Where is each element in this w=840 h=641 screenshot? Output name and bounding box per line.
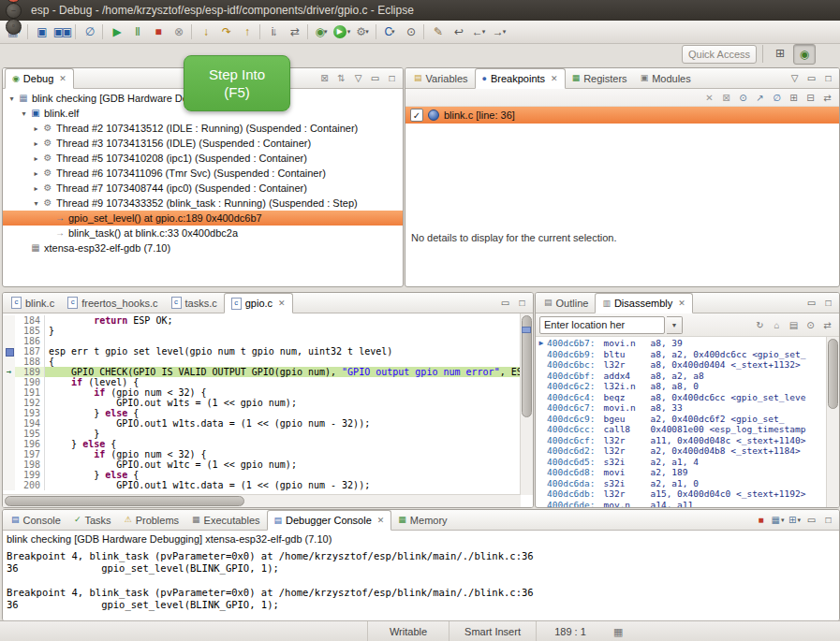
vertical-scrollbar[interactable] [826, 337, 839, 507]
use-step-filters-button[interactable]: ⇄ [284, 22, 304, 41]
tab-variables[interactable]: ▤Variables [407, 68, 475, 88]
scrollbar-thumb[interactable] [5, 496, 244, 506]
disassembly-line[interactable]: 400dc6bf:addx4a8, a2, a8 [536, 371, 839, 382]
disassembly-line[interactable]: 400dc6d2:l32ra2, 0x400d04b8 <_stext+1184… [536, 445, 839, 457]
location-input[interactable]: Enter location her [539, 316, 665, 334]
skip-all-breakpoints-button[interactable]: ∅ [769, 90, 785, 105]
close-tab-icon[interactable]: ✕ [551, 74, 558, 83]
tab-debug[interactable]: ◉ Debug ✕ [5, 68, 74, 89]
disassembly-line[interactable]: 400dc6de:mov.na14, a11 [536, 500, 839, 508]
expand-closed-icon[interactable]: ▸ [31, 184, 41, 193]
minimize-button[interactable]: – [6, 3, 22, 19]
view-menu-button[interactable]: ▽ [787, 71, 803, 86]
tab-executables[interactable]: ▦Executables [185, 510, 266, 530]
minimize-button[interactable]: ▭ [367, 71, 383, 86]
run-button[interactable]: ▶▾ [332, 22, 352, 41]
tab-outline[interactable]: ▤Outline [538, 293, 595, 313]
terminate-button[interactable]: ■ [753, 513, 769, 528]
show-supported-breakpoints-button[interactable]: ⊙ [735, 90, 751, 105]
disassembly-line[interactable]: 400dc6c9:bgeua2, 0x400dc6f2 <gpio_set_ [536, 414, 839, 425]
breakpoint-item[interactable]: ✓blink.c [line: 36] [405, 107, 839, 124]
code-line[interactable]: →189 GPIO_CHECK(GPIO_IS_VALID_OUTPUT_GPI… [3, 367, 521, 377]
code-line[interactable]: 184 return ESP_OK; [3, 315, 521, 326]
disassembly-line[interactable]: ▶400dc6b7:movi.na8, 39 [536, 338, 839, 349]
thread-node[interactable]: ▸⚙Thread #6 1073411096 (Tmr Svc) (Suspen… [3, 166, 403, 181]
tab-freertos-hooks-c[interactable]: cfreertos_hooks.c [61, 293, 164, 313]
debug-button[interactable]: ◉▾ [311, 22, 332, 41]
minimize-button[interactable]: ▭ [803, 71, 819, 86]
show-source-button[interactable]: ▤ [786, 317, 802, 332]
tab-gpio-c[interactable]: cgpio.c✕ [224, 293, 293, 313]
stack-frame-node[interactable]: →gpio_set_level() at gpio.c:189 0x400dc6… [3, 211, 403, 226]
expand-all-button[interactable]: ⊞ [786, 90, 802, 105]
code-line[interactable]: 192 GPIO.out_w1ts = (1 << gpio_num); [3, 398, 521, 408]
thread-node[interactable]: ▸⚙Thread #3 1073413156 (IDLE) (Suspended… [3, 136, 403, 151]
forward-button[interactable]: →▾ [489, 22, 509, 41]
minimize-button[interactable]: ▭ [803, 513, 819, 528]
home-button[interactable]: ⌂ [769, 317, 785, 332]
code-line[interactable]: 185} [3, 326, 521, 336]
maximize-button[interactable]: ▫ [6, 19, 22, 35]
go-to-file-button[interactable]: ↗ [752, 90, 768, 105]
horizontal-scrollbar[interactable] [3, 494, 521, 507]
code-line[interactable]: 193 } else { [3, 408, 521, 418]
scrollbar-thumb[interactable] [828, 339, 838, 409]
resume-button[interactable]: ▶ [106, 22, 126, 41]
stack-frame-node[interactable]: →blink_task() at blink.c:33 0x400dbc2a [3, 226, 403, 240]
search-button[interactable]: ⊙ [400, 22, 420, 41]
annotation-button[interactable]: ✎ [427, 22, 448, 41]
location-dropdown-icon[interactable]: ▼ [667, 316, 683, 334]
status-view-icon[interactable]: ▦ [613, 626, 623, 638]
sync-active-context-button[interactable]: ⇄ [819, 317, 835, 332]
breakpoint-checkbox[interactable]: ✓ [410, 109, 423, 122]
close-tab-icon[interactable]: ✕ [377, 516, 385, 525]
open-console-button[interactable]: ⊞▾ [787, 513, 803, 528]
tab-memory[interactable]: ▦Memory [391, 510, 453, 530]
tab-blink-c[interactable]: cblink.c [5, 293, 61, 313]
console-output[interactable]: Breakpoint 4, blink_task (pvParameter=0x… [3, 546, 839, 611]
new-cpp-item-button[interactable]: C▾ [379, 22, 400, 41]
tab-tasks-c[interactable]: ctasks.c [165, 293, 224, 313]
code-line[interactable]: 200 GPIO.out1_w1tc.data = (1 << (gpio_nu… [3, 480, 521, 490]
link-with-debug-view-button[interactable]: ⇄ [819, 90, 835, 105]
maximize-button[interactable]: □ [384, 71, 400, 86]
disassembly-line[interactable]: 400dc6d8:movia2, 189 [536, 467, 839, 478]
maximize-button[interactable]: □ [820, 296, 836, 311]
code-line[interactable]: 191 if (gpio_num < 32) { [3, 387, 521, 398]
thread-node[interactable]: ▸⚙Thread #7 1073408744 (ipc0) (Suspended… [3, 181, 403, 196]
gdb-node[interactable]: ▦xtensa-esp32-elf-gdb (7.10) [3, 240, 403, 255]
remove-all-breakpoints-button[interactable]: ⊠ [718, 90, 734, 105]
expand-closed-icon[interactable]: ▸ [31, 169, 41, 178]
minimize-button[interactable]: ▭ [803, 296, 819, 311]
tab-console[interactable]: ▤Console [5, 510, 67, 530]
disassembly-line[interactable]: 400dc6cf:l32ra11, 0x400d048c <_stext+114… [536, 435, 839, 446]
code-line[interactable]: 197 if (gpio_num < 32) { [3, 449, 521, 459]
remove-all-terminated-button[interactable]: ⊠ [317, 71, 332, 86]
collapse-all-button[interactable]: ⊟ [803, 90, 818, 105]
code-line[interactable]: 187esp_err_t gpio_set_level(gpio_num_t g… [3, 346, 521, 357]
code-line[interactable]: 198 GPIO.out_w1tc = (1 << gpio_num); [3, 459, 521, 470]
step-into-button[interactable]: ↓ [195, 22, 215, 41]
tab-registers[interactable]: ▦Registers [566, 68, 634, 88]
refresh-button[interactable]: ↻ [752, 317, 768, 332]
disassembly-line[interactable]: 400dc6da:s32ia2, a1, 0 [536, 478, 839, 489]
disassembly-line[interactable]: 400dc6cc:call80x40081e00 <esp_log_timest… [536, 424, 839, 435]
tab-modules[interactable]: ▣Modules [634, 68, 698, 88]
overview-marker[interactable] [522, 327, 531, 333]
tab-tasks[interactable]: ✓Tasks [67, 510, 118, 530]
quick-access-button[interactable]: Quick Access [682, 45, 757, 64]
save-all-button[interactable]: ▣▣ [52, 22, 72, 41]
disassembly-line[interactable]: 400dc6bc:l32ra8, 0x400d0404 <_stext+1132… [536, 359, 839, 371]
expand-open-icon[interactable]: ▾ [7, 95, 17, 103]
expand-closed-icon[interactable]: ▸ [31, 154, 41, 163]
external-tools-button[interactable]: ⚙▾ [352, 22, 373, 41]
tab-disassembly[interactable]: ▥Disassembly✕ [595, 293, 692, 313]
disassembly-line[interactable]: 400dc6d5:s32ia2, a1, 4 [536, 457, 839, 468]
remove-breakpoint-button[interactable]: ✕ [701, 90, 717, 105]
disassembly-line[interactable]: 400dc6c2:l32i.na8, a8, 0 [536, 381, 839, 392]
disassembly-line[interactable]: 400dc6b9:bltua8, a2, 0x400dc6cc <gpio_se… [536, 349, 839, 360]
open-perspective-button[interactable]: ⊞ [770, 44, 790, 63]
last-edit-location-button[interactable]: ↩ [448, 22, 468, 41]
maximize-button[interactable]: □ [820, 513, 836, 528]
expand-closed-icon[interactable]: ▸ [31, 124, 41, 133]
